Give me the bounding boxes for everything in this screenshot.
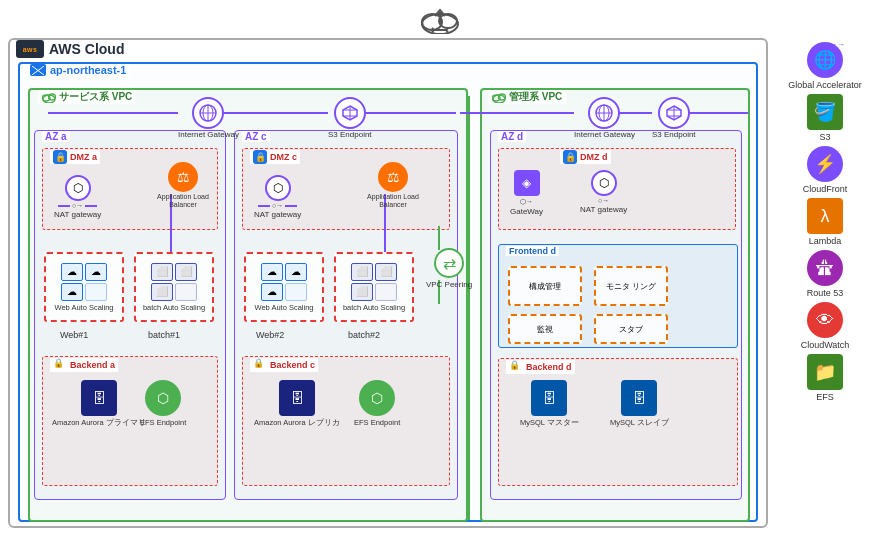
cloudfront-label: CloudFront (803, 184, 848, 194)
aurora-primary-container: 🗄 Amazon Aurora プライマリ (52, 380, 146, 427)
s3ep2-label: S3 Endpoint (652, 130, 696, 139)
backend-c-header: 🔒 Backend c (250, 358, 318, 372)
web-scaling-1: ☁ ☁ ☁ Web Auto Scaling (44, 252, 124, 322)
global-accelerator-label: Global Accelerator (788, 80, 862, 90)
web-scaling-1-label: Web Auto Scaling (54, 303, 113, 312)
mysql-master-label: MySQL マスター (520, 418, 579, 427)
route53-label: Route 53 (807, 288, 844, 298)
mgmt-vpc-label: 管理系 VPC (488, 90, 566, 104)
nat-c-label: NAT gateway (254, 210, 301, 219)
mysql-master-container: 🗄 MySQL マスター (520, 380, 579, 427)
s3ep1-icon (334, 97, 366, 129)
s3-icon: 🪣 (807, 94, 843, 130)
aurora-primary-label: Amazon Aurora プライマリ (52, 418, 146, 427)
aurora-replica-icon: 🗄 (279, 380, 315, 416)
gateway-container: ◈ ⬡→ GateWay (510, 170, 543, 216)
dmz-d-lock: 🔒 (563, 150, 577, 164)
igw1-icon (192, 97, 224, 129)
efs1-icon: ⬡ (145, 380, 181, 416)
kansi-label: 監視 (537, 324, 553, 335)
kansi-box: 監視 (508, 314, 582, 344)
efs2-icon: ⬡ (359, 380, 395, 416)
vpc-separator (468, 96, 470, 520)
efs2-label: EFS Endpoint (354, 418, 400, 427)
sidebar-cloudwatch: 👁 CloudWatch (782, 302, 868, 350)
aws-header: aws AWS Cloud (12, 40, 128, 58)
backend-a-header: 🔒 Backend a (50, 358, 118, 372)
route53-icon: 🛣 (807, 250, 843, 286)
alb2-label: Application Load Balancer (358, 193, 428, 210)
frontend-d-label: Frontend d (506, 246, 559, 256)
monitor-box: モニタ リング (594, 266, 668, 306)
nat-a-icon: ⬡ (65, 175, 91, 201)
vpc-peering-label: VPC Peering (426, 280, 472, 290)
batch-scaling-1-label: batch Auto Scaling (143, 303, 205, 312)
sidebar-s3: 🪣 S3 (782, 94, 868, 142)
cloudfront-icon: ⚡ (807, 146, 843, 182)
cloud-upload-icon (418, 4, 462, 41)
vpc-peering-top-line (438, 226, 440, 250)
igw1-label: Internet Gateway (178, 130, 239, 139)
s3-label: S3 (819, 132, 830, 142)
igw2-label: Internet Gateway (574, 130, 635, 139)
efs1-container: ⬡ EFS Endpoint (140, 380, 186, 427)
batch-scaling-2-label: batch Auto Scaling (343, 303, 405, 312)
alb1-label: Application Load Balancer (148, 193, 218, 210)
gateway-label: GateWay (510, 207, 543, 216)
lambda-icon: λ (807, 198, 843, 234)
az-c-label: AZ c (242, 131, 270, 142)
sidebar-lambda: λ Lambda (782, 198, 868, 246)
monitor-label: モニタ リング (606, 281, 656, 292)
vpc-peering-icon: ⇄ (434, 248, 464, 278)
sidebar-cloudfront: ⚡ CloudFront (782, 146, 868, 194)
web-scaling-2-label: Web Auto Scaling (254, 303, 313, 312)
sidebar-efs: 📁 EFS (782, 354, 868, 402)
igw1-container: Internet Gateway (178, 97, 239, 139)
dmz-d-header: 🔒 DMZ d (560, 150, 611, 164)
aurora-replica-container: 🗄 Amazon Aurora レプリカ (254, 380, 340, 427)
nat-d-icon: ⬡ (591, 170, 617, 196)
web2-label: Web#2 (256, 330, 284, 340)
efs1-label: EFS Endpoint (140, 418, 186, 427)
aurora-replica-label: Amazon Aurora レプリカ (254, 418, 340, 427)
backend-d-header: 🔒 Backend d (506, 360, 575, 374)
aws-logo: aws (16, 40, 44, 58)
igw2-container: Internet Gateway (574, 97, 635, 139)
alb2-container: ⚖ Application Load Balancer (358, 162, 428, 210)
right-sidebar: 🌐 →→ Global Accelerator 🪣 S3 ⚡ CloudFron… (778, 38, 872, 528)
stub-label: スタブ (619, 324, 643, 335)
nat-c-icon: ⬡ (265, 175, 291, 201)
dmz-c-lock: 🔒 (253, 150, 267, 164)
gateway-icon: ◈ (514, 170, 540, 196)
nat-a-label: NAT gateway (54, 210, 101, 219)
line-to-igw2 (460, 112, 574, 114)
batch-scaling-1: ⬜ ⬜ ⬜ batch Auto Scaling (134, 252, 214, 322)
aurora-primary-icon: 🗄 (81, 380, 117, 416)
nat-d-container: ⬡ ○→ NAT gateway (580, 170, 627, 214)
efs2-container: ⬡ EFS Endpoint (354, 380, 400, 427)
mysql-slave-container: 🗄 MySQL スレイブ (610, 380, 669, 427)
dmz-c-header: 🔒 DMZ c (250, 150, 300, 164)
igw2-icon (588, 97, 620, 129)
kosei-label: 構成管理 (529, 281, 561, 292)
s3ep1-label: S3 Endpoint (328, 130, 372, 139)
alb1-icon: ⚖ (168, 162, 198, 192)
sidebar-global-accelerator: 🌐 →→ Global Accelerator (782, 42, 868, 90)
az-a-label: AZ a (42, 131, 70, 142)
batch-scaling-2: ⬜ ⬜ ⬜ batch Auto Scaling (334, 252, 414, 322)
global-accelerator-icon: 🌐 →→ (807, 42, 843, 78)
web-scaling-2: ☁ ☁ ☁ Web Auto Scaling (244, 252, 324, 322)
aws-cloud-label: AWS Cloud (49, 41, 124, 57)
mysql-slave-icon: 🗄 (621, 380, 657, 416)
s3ep2-container: S3 Endpoint (652, 97, 696, 139)
line-to-igw1 (48, 112, 178, 114)
batch1-label: batch#1 (148, 330, 180, 340)
alb1-container: ⚖ Application Load Balancer (148, 162, 218, 210)
efs-label: EFS (816, 392, 834, 402)
web1-label: Web#1 (60, 330, 88, 340)
nat-c-container: ⬡ ○→ NAT gateway (254, 175, 301, 219)
cloudwatch-icon: 👁 (807, 302, 843, 338)
region-label: ap-northeast-1 (26, 64, 130, 76)
efs-icon: 📁 (807, 354, 843, 390)
s3ep1-container: S3 Endpoint (328, 97, 372, 139)
